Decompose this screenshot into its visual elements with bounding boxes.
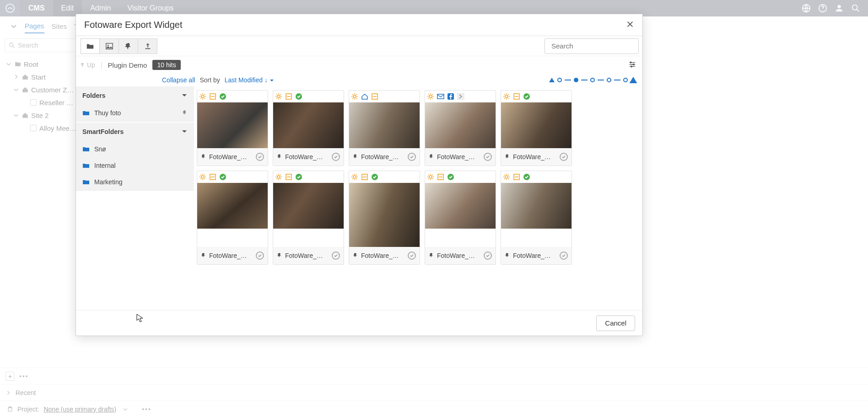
modal-title: Fotoware Export Widget (84, 20, 183, 30)
box-badge-icon (513, 173, 520, 181)
pin-icon (124, 42, 133, 50)
view-upload-button[interactable] (138, 38, 157, 54)
thumbnail-filename: FotoWare_… (361, 153, 405, 160)
sidebar-folder-thuy-foto[interactable]: Thuy foto (76, 105, 194, 121)
select-checkbox[interactable] (408, 153, 416, 161)
view-pinned-button[interactable] (119, 38, 138, 54)
select-checkbox[interactable] (560, 251, 568, 260)
thumbnail-footer: FotoWare_… (501, 148, 571, 166)
thumbnail-item[interactable]: FotoWare_… (273, 90, 344, 166)
smartfolders-header[interactable]: SmartFolders (76, 123, 194, 141)
pin-icon[interactable] (429, 252, 434, 259)
pin-icon[interactable] (429, 153, 434, 160)
pin-icon[interactable] (201, 252, 206, 259)
pin-icon[interactable] (505, 153, 510, 160)
recent-row[interactable]: Recent (0, 384, 868, 401)
tree-search-input[interactable]: Search (5, 38, 87, 52)
thumbnail-item[interactable]: FotoWare_… (273, 171, 344, 265)
size-increase-icon[interactable] (630, 77, 637, 83)
sidebar-smart-internal[interactable]: Internal (76, 157, 194, 174)
tree-search-placeholder: Search (18, 42, 38, 49)
chevron-down-icon[interactable] (10, 22, 17, 30)
pin-icon[interactable] (353, 252, 358, 259)
svg-rect-28 (437, 94, 444, 99)
breadcrumb-up-label: Up (87, 61, 95, 69)
view-folder-button[interactable] (81, 38, 100, 54)
chevron-right-icon (5, 390, 11, 396)
thumbnail-badges (501, 91, 571, 102)
pin-icon[interactable] (353, 153, 358, 160)
check-badge-icon (219, 93, 226, 100)
svg-point-15 (631, 66, 632, 67)
breadcrumb-up[interactable]: Up (80, 61, 95, 69)
app-logo-icon[interactable] (0, 0, 20, 16)
svg-point-4 (837, 5, 841, 8)
modal-search-input[interactable] (551, 42, 638, 50)
globe-icon[interactable] (801, 3, 811, 13)
thumbnail-item[interactable]: FotoWare_… (349, 171, 420, 265)
thumbnail-size-slider[interactable] (549, 78, 636, 82)
svg-point-20 (277, 95, 280, 98)
view-image-button[interactable] (100, 38, 119, 54)
svg-rect-11 (145, 48, 150, 49)
close-button[interactable] (626, 20, 634, 30)
box-badge-icon (513, 93, 520, 100)
select-checkbox[interactable] (332, 251, 340, 260)
thumbnail-item[interactable]: FotoWare_… (425, 90, 496, 166)
thumbnail-item[interactable]: FotoWare_… (425, 171, 496, 265)
tab-sites[interactable]: Sites (52, 20, 67, 33)
modal-search[interactable] (545, 38, 639, 54)
select-checkbox[interactable] (256, 251, 264, 260)
select-checkbox[interactable] (256, 153, 264, 161)
thumbnail-image (197, 102, 268, 148)
tree-node-label: Reseller … (39, 99, 73, 107)
cancel-button[interactable]: Cancel (596, 315, 635, 331)
thumbnail-item[interactable]: FotoWare_… (197, 90, 268, 166)
thumbnail-item[interactable]: FotoWare_… (197, 171, 268, 265)
filter-settings-button[interactable] (629, 61, 636, 70)
thumbnail-filename: FotoWare_… (285, 252, 329, 259)
check-badge-icon (447, 173, 454, 181)
thumbnail-item[interactable]: FotoWare_… (501, 171, 572, 265)
modal-header: Fotoware Export Widget (76, 14, 642, 36)
thumbnail-grid: FotoWare_…FotoWare_…FotoWare_…FotoWare_…… (194, 86, 642, 310)
pin-icon[interactable] (182, 109, 188, 117)
collapse-all-button[interactable]: Collapse all (162, 76, 195, 84)
thumbnail-image (349, 102, 420, 148)
size-decrease-icon[interactable] (549, 78, 555, 82)
help-icon[interactable] (818, 3, 828, 13)
thumbnail-item[interactable]: FotoWare_… (349, 90, 420, 166)
pin-icon[interactable] (277, 153, 282, 160)
mouse-cursor-icon (136, 314, 144, 323)
svg-point-13 (630, 62, 631, 63)
project-row[interactable]: Project: None (use primary drafts) ••• (0, 401, 868, 417)
pin-icon[interactable] (505, 252, 510, 259)
select-checkbox[interactable] (332, 153, 340, 161)
sidebar-smart-marketing[interactable]: Marketing (76, 174, 194, 190)
sidebar-smart-sno[interactable]: Snø (76, 141, 194, 157)
topmenu-cms[interactable]: CMS (20, 0, 53, 16)
svg-point-39 (277, 176, 280, 178)
tree-node-label: Root (24, 60, 38, 68)
add-button[interactable]: + (5, 372, 15, 381)
pin-icon[interactable] (201, 153, 206, 160)
project-value[interactable]: None (use primary drafts) (43, 406, 116, 413)
tree-node-label: Site 2 (31, 112, 49, 119)
thumbnail-item[interactable]: FotoWare_… (501, 90, 572, 166)
box-badge-icon (209, 93, 216, 100)
select-checkbox[interactable] (560, 153, 568, 161)
tab-pages[interactable]: Pages (25, 19, 44, 33)
thumbnail-filename: FotoWare_… (513, 153, 557, 160)
folder-icon (82, 162, 90, 169)
sort-value-dropdown[interactable]: Last Modified ↓ (225, 76, 274, 84)
search-icon[interactable] (851, 3, 861, 13)
folders-header[interactable]: Folders (76, 86, 194, 105)
select-checkbox[interactable] (484, 251, 492, 260)
project-more[interactable]: ••• (142, 406, 151, 413)
more-button[interactable]: ••• (19, 373, 29, 380)
select-checkbox[interactable] (408, 251, 416, 260)
select-checkbox[interactable] (484, 153, 492, 161)
user-icon[interactable] (834, 3, 844, 13)
pin-icon[interactable] (277, 252, 282, 259)
chevron-down-icon (181, 128, 188, 136)
